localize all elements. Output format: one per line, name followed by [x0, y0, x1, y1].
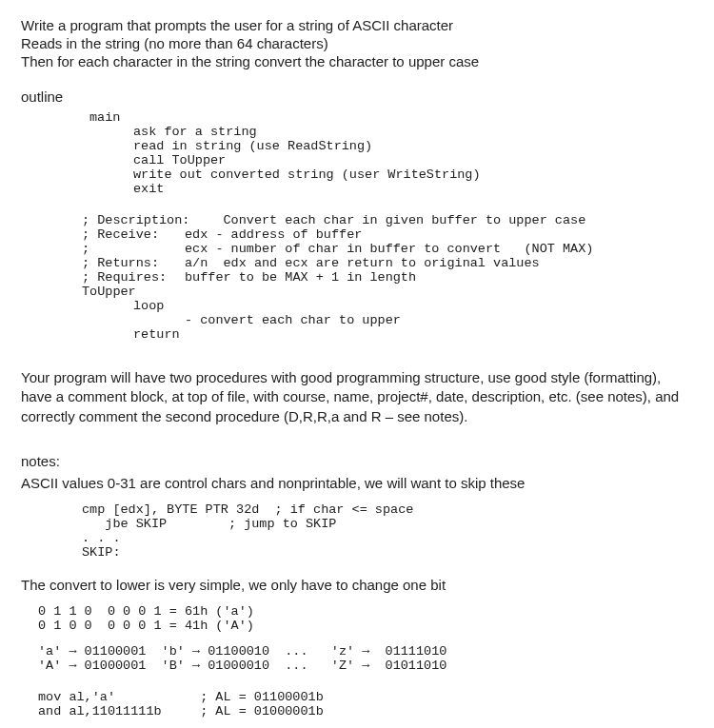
- mov-line-1: and al,11011111b ; AL = 01000001b: [38, 704, 693, 718]
- return-label: return: [82, 327, 693, 342]
- code-line-1: jbe SKIP ; jump to SKIP: [82, 517, 693, 531]
- loop-body: - convert each char to upper: [82, 313, 693, 327]
- receive-text2: ecx - number of char in buffer to conver…: [185, 242, 593, 256]
- desc-label: ; Description:: [82, 213, 185, 227]
- mov-block: mov al,'a' ; AL = 01100001b and al,11011…: [21, 690, 693, 718]
- code-line-0: cmp [edx], BYTE PTR 32d ; if char <= spa…: [82, 502, 693, 517]
- returns-label: ; Returns:: [82, 256, 185, 270]
- semi: ;: [82, 242, 185, 256]
- receive-label: ; Receive:: [82, 227, 185, 242]
- requires-label: ; Requires:: [82, 270, 185, 285]
- mov-line-0: mov al,'a' ; AL = 01100001b: [38, 690, 693, 704]
- main-step-0: ask for a string: [21, 125, 693, 139]
- convert-line: The convert to lower is very simple, we …: [21, 577, 693, 593]
- main-step-3: write out converted string (user WriteSt…: [21, 167, 693, 182]
- code-line-3: SKIP:: [82, 545, 693, 560]
- arrow-line-0: 'a' → 01100001 'b' → 01100010 ... 'z' → …: [38, 644, 693, 659]
- main-step-2: call ToUpper: [21, 153, 693, 167]
- main-label: main: [21, 110, 693, 125]
- loop-label: loop: [82, 299, 693, 313]
- description-block: ; Description: Convert each char in give…: [21, 213, 693, 342]
- bit-line-0: 0 1 1 0 0 0 0 1 = 61h ('a'): [38, 604, 693, 619]
- arrow-line-1: 'A' → 01000001 'B' → 01000010 ... 'Z' → …: [38, 659, 693, 673]
- notes-code-block: cmp [edx], BYTE PTR 32d ; if char <= spa…: [21, 502, 693, 560]
- desc-text: Convert each char in given buffer to upp…: [185, 213, 585, 227]
- main-step-1: read in string (use ReadString): [21, 139, 693, 153]
- notes-heading: notes:: [21, 453, 693, 469]
- code-line-2: . . .: [82, 531, 693, 545]
- notes-line-1: ASCII values 0-31 are control chars and …: [21, 475, 693, 491]
- intro-line-1: Write a program that prompts the user fo…: [21, 17, 693, 33]
- requires-text: buffer to be MAX + 1 in length: [185, 270, 416, 285]
- main-step-4: exit: [21, 182, 693, 196]
- bit-line-1: 0 1 0 0 0 0 0 1 = 41h ('A'): [38, 619, 693, 633]
- intro-line-2: Reads in the string (no more than 64 cha…: [21, 35, 693, 51]
- returns-text: a/n edx and ecx are return to original v…: [185, 256, 540, 270]
- receive-text1: edx - address of buffer: [185, 227, 362, 242]
- outline-heading: outline: [21, 89, 693, 105]
- requirements-paragraph: Your program will have two procedures wi…: [21, 368, 693, 426]
- intro-line-3: Then for each character in the string co…: [21, 53, 693, 69]
- proc-name: ToUpper: [82, 285, 693, 299]
- arrow-block: 'a' → 01100001 'b' → 01100010 ... 'z' → …: [21, 644, 693, 673]
- bit-pattern-block: 0 1 1 0 0 0 0 1 = 61h ('a') 0 1 0 0 0 0 …: [21, 604, 693, 633]
